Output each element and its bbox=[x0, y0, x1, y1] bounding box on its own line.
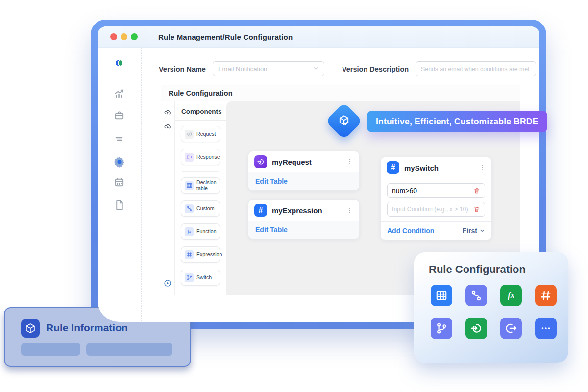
node-myswitch[interactable]: # mySwitch num>60 bbox=[380, 157, 492, 240]
component-label: Custom bbox=[196, 206, 215, 211]
feature-tile-grid: fx bbox=[431, 285, 557, 339]
component-label: Response bbox=[196, 154, 220, 160]
rule-configuration-card: Rule Configuration fx bbox=[414, 252, 568, 363]
window-title: Rule Management/Rule Configuration bbox=[158, 33, 293, 41]
close-button[interactable] bbox=[110, 33, 117, 40]
placeholder-bar bbox=[86, 343, 172, 356]
edit-table-link[interactable]: Edit Table bbox=[255, 226, 288, 234]
order-value: First bbox=[463, 227, 477, 235]
kebab-menu-icon[interactable] bbox=[346, 158, 353, 165]
custom-icon bbox=[185, 204, 194, 213]
node-myexpression[interactable]: # myExpression Edit Table bbox=[248, 199, 360, 239]
component-label: Expression bbox=[196, 252, 222, 257]
decision-table-tile-icon[interactable] bbox=[431, 285, 452, 306]
edit-table-link[interactable]: Edit Table bbox=[255, 177, 288, 185]
traffic-lights bbox=[110, 33, 138, 40]
response-icon bbox=[185, 153, 194, 162]
decision-table-icon bbox=[185, 181, 194, 190]
node-title: myRequest bbox=[272, 158, 342, 166]
divider bbox=[182, 171, 219, 172]
banner-text: Intuitive, Efficient, Customizable BRDE bbox=[376, 117, 539, 127]
condition-value: num>60 bbox=[392, 187, 417, 195]
component-expression[interactable]: Expression bbox=[181, 246, 220, 263]
version-description-input[interactable]: Sends an email when conditions are met bbox=[416, 61, 536, 76]
version-description-label: Version Description bbox=[342, 65, 409, 73]
expression-tile-icon[interactable] bbox=[535, 285, 557, 306]
function-tile-icon[interactable]: fx bbox=[500, 285, 522, 306]
chevron-down-icon bbox=[479, 228, 485, 234]
node-title: mySwitch bbox=[404, 164, 474, 172]
component-response[interactable]: Response bbox=[181, 149, 220, 165]
condition-input-filled[interactable]: num>60 bbox=[387, 183, 485, 198]
delete-condition-icon[interactable] bbox=[473, 206, 480, 213]
placeholder-bar bbox=[21, 343, 80, 356]
component-switch[interactable]: Switch bbox=[181, 270, 220, 286]
component-label: Decision table bbox=[196, 180, 217, 191]
minimize-button[interactable] bbox=[121, 33, 127, 40]
page: Rule Information Rule Management/Rule Co… bbox=[0, 0, 588, 392]
sidebar-item-settings[interactable] bbox=[114, 156, 125, 168]
expression-icon bbox=[185, 250, 194, 259]
cloud-upload-icon[interactable] bbox=[164, 109, 172, 118]
components-panel: Components Request bbox=[175, 101, 226, 295]
chevron-down-icon bbox=[313, 65, 319, 74]
add-condition-link[interactable]: Add Condition bbox=[387, 227, 434, 235]
custom-tile-icon[interactable] bbox=[466, 285, 487, 306]
sidebar-item-list[interactable] bbox=[114, 133, 125, 145]
request-node-icon bbox=[254, 155, 267, 168]
component-label: Request bbox=[196, 131, 216, 137]
switch-tile-icon[interactable] bbox=[431, 318, 452, 339]
info-card-title: Rule Information bbox=[46, 322, 128, 334]
run-button-icon[interactable] bbox=[164, 279, 172, 289]
svg-text:fx: fx bbox=[188, 229, 191, 234]
kebab-menu-icon[interactable] bbox=[479, 164, 486, 171]
app-logo-icon bbox=[114, 57, 125, 69]
kebab-menu-icon[interactable] bbox=[346, 207, 353, 214]
delete-condition-icon[interactable] bbox=[473, 187, 480, 194]
request-tile-icon[interactable] bbox=[466, 318, 487, 339]
components-title: Components bbox=[175, 101, 226, 121]
version-description-placeholder: Sends an email when conditions are met bbox=[421, 66, 529, 73]
switch-node-icon: # bbox=[387, 161, 399, 174]
maximize-button[interactable] bbox=[131, 33, 138, 40]
more-tile-icon[interactable] bbox=[535, 318, 557, 339]
version-form: Version Name Email Notification Version … bbox=[159, 61, 536, 76]
cloud-download-icon[interactable] bbox=[164, 123, 172, 132]
sidebar-item-calendar[interactable] bbox=[114, 176, 125, 188]
node-myrequest[interactable]: myRequest Edit Table bbox=[248, 151, 360, 191]
version-name-select[interactable]: Email Notification bbox=[213, 61, 324, 76]
node-title: myExpression bbox=[272, 206, 342, 215]
sidebar bbox=[98, 48, 142, 321]
tool-rail bbox=[161, 101, 175, 295]
sidebar-item-toolbox[interactable] bbox=[114, 109, 125, 121]
component-request[interactable]: Request bbox=[181, 126, 220, 142]
cube-icon bbox=[21, 319, 40, 338]
brde-diamond-icon bbox=[325, 102, 363, 140]
component-label: Function bbox=[196, 229, 217, 234]
sidebar-item-analytics[interactable] bbox=[114, 87, 125, 98]
component-function[interactable]: fx Function bbox=[181, 223, 220, 240]
promo-card-title: Rule Configuration bbox=[429, 263, 526, 276]
component-decision-table[interactable]: Decision table bbox=[181, 177, 220, 194]
condition-placeholder: Input Condition (e.g., x > 10) bbox=[392, 206, 468, 213]
switch-icon bbox=[185, 273, 194, 282]
order-dropdown[interactable]: First bbox=[463, 227, 485, 235]
condition-input-empty[interactable]: Input Condition (e.g., x > 10) bbox=[387, 202, 485, 217]
function-icon: fx bbox=[185, 227, 194, 236]
expression-node-icon: # bbox=[254, 204, 267, 217]
component-custom[interactable]: Custom bbox=[181, 200, 220, 217]
svg-text:fx: fx bbox=[508, 291, 514, 300]
component-label: Switch bbox=[196, 275, 212, 280]
request-icon bbox=[185, 130, 194, 139]
titlebar: Rule Management/Rule Configuration bbox=[98, 26, 539, 48]
sidebar-item-document[interactable] bbox=[114, 199, 125, 211]
section-title: Rule Configuration bbox=[161, 85, 520, 101]
brde-banner: Intuitive, Efficient, Customizable BRDE bbox=[367, 111, 547, 132]
version-name-label: Version Name bbox=[159, 65, 206, 73]
response-tile-icon[interactable] bbox=[500, 318, 522, 339]
version-name-value: Email Notification bbox=[218, 65, 267, 73]
